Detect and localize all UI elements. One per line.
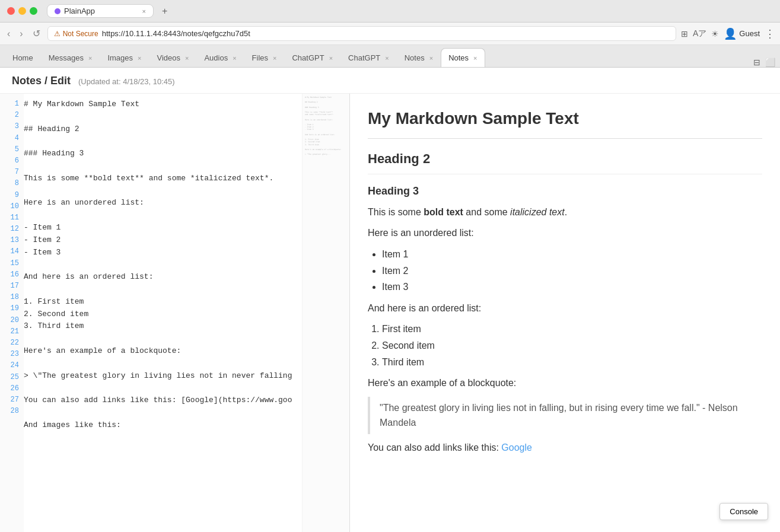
tab-chatgpt-2[interactable]: ChatGPT × bbox=[340, 48, 397, 67]
tab-chatgpt-1-label: ChatGPT bbox=[292, 53, 324, 62]
tab-home-label: Home bbox=[12, 53, 33, 62]
tab-notes-1-label: Notes bbox=[405, 53, 425, 62]
link-prefix: You can also add links like this: bbox=[368, 442, 501, 453]
tab-files[interactable]: Files × bbox=[244, 48, 285, 67]
minimize-window-button[interactable] bbox=[18, 7, 26, 15]
ordered-item-1: First item bbox=[382, 321, 762, 337]
tab-images-close[interactable]: × bbox=[138, 55, 141, 62]
translate-icon[interactable]: Aア bbox=[693, 28, 706, 39]
titlebar: PlainApp × + bbox=[0, 0, 780, 23]
preview-h2: Heading 2 bbox=[368, 148, 762, 174]
tab-notes-2-label: Notes bbox=[448, 53, 469, 62]
tab-messages-close[interactable]: × bbox=[88, 55, 92, 62]
tab-images-label: Images bbox=[107, 53, 133, 62]
browser-tabs: Home Messages × Images × Videos × Audios… bbox=[0, 45, 780, 68]
maximize-window-button[interactable] bbox=[30, 7, 37, 15]
forward-button[interactable]: › bbox=[17, 27, 25, 40]
para1-italic: italicized text bbox=[510, 207, 565, 217]
security-label: Not Secure bbox=[63, 30, 98, 38]
tab-audios-close[interactable]: × bbox=[233, 55, 236, 62]
para1-prefix: This is some bbox=[368, 207, 424, 217]
navbar: ‹ › ↺ ⚠ Not Secure https://10.11.1.44:84… bbox=[0, 23, 780, 45]
profile-icon: 👤 bbox=[724, 27, 737, 40]
para1-suffix: . bbox=[565, 207, 567, 217]
preview-para1: This is some bold text and some italiciz… bbox=[368, 205, 762, 220]
more-icon[interactable]: ⋮ bbox=[765, 27, 775, 40]
tab-chatgpt-1-close[interactable]: × bbox=[329, 55, 333, 62]
updated-timestamp: (Updated at: 4/18/23, 10:45) bbox=[78, 77, 175, 86]
preview-link-para: You can also add links like this: Google bbox=[368, 440, 762, 455]
google-link[interactable]: Google bbox=[501, 442, 532, 453]
back-button[interactable]: ‹ bbox=[5, 27, 12, 40]
tab-messages-label: Messages bbox=[49, 53, 84, 62]
tab-notes-1-close[interactable]: × bbox=[429, 55, 433, 62]
tab-files-close[interactable]: × bbox=[273, 55, 276, 62]
preview-h1: My Markdown Sample Text bbox=[368, 106, 762, 139]
list-item-3: Item 3 bbox=[382, 279, 762, 295]
refresh-button[interactable]: ↺ bbox=[30, 27, 43, 40]
preview-h3: Heading 3 bbox=[368, 183, 762, 200]
preview-pane: My Markdown Sample Text Heading 2 Headin… bbox=[350, 94, 780, 532]
tab-audios-label: Audios bbox=[204, 53, 228, 62]
tab-extras: ⊟ ⬜ bbox=[753, 58, 775, 67]
tab-home[interactable]: Home bbox=[5, 48, 41, 67]
profile-button[interactable]: 👤 Guest bbox=[724, 27, 760, 40]
para1-mid: and some bbox=[463, 207, 510, 217]
app-icon bbox=[55, 8, 61, 14]
sidebar-toggle-icon[interactable]: ⬜ bbox=[765, 58, 775, 67]
preview-unordered-intro: Here is an unordered list: bbox=[368, 225, 762, 241]
tab-messages[interactable]: Messages × bbox=[41, 48, 100, 67]
ordered-item-3: Third item bbox=[382, 355, 762, 370]
tab-videos-close[interactable]: × bbox=[185, 55, 189, 62]
url-bar[interactable]: ⚠ Not Secure https://10.11.1.44:8443/not… bbox=[47, 26, 676, 41]
preview-ordered-intro: And here is an ordered list: bbox=[368, 301, 762, 316]
extension-icon[interactable]: ⊞ bbox=[681, 29, 688, 39]
close-window-button[interactable] bbox=[7, 7, 15, 15]
tab-notes-1[interactable]: Notes × bbox=[397, 48, 441, 67]
profile-label: Guest bbox=[739, 29, 760, 38]
code-content[interactable]: # My Markdown Sample Text ## Heading 2 #… bbox=[24, 94, 349, 532]
console-button[interactable]: Console bbox=[719, 503, 768, 520]
warning-icon: ⚠ bbox=[54, 30, 61, 38]
tab-list-icon[interactable]: ⊟ bbox=[753, 58, 760, 67]
list-item-2: Item 2 bbox=[382, 263, 762, 279]
list-item-1: Item 1 bbox=[382, 247, 762, 262]
preview-unordered-list: Item 1 Item 2 Item 3 bbox=[382, 247, 762, 295]
traffic-lights bbox=[7, 7, 37, 15]
minimap: # My Markdown Sample Text ## Heading 2 #… bbox=[302, 94, 349, 532]
tab-notes-2-close[interactable]: × bbox=[473, 55, 477, 62]
theme-icon[interactable]: ☀ bbox=[711, 29, 719, 39]
breadcrumb: Notes / Edit bbox=[12, 75, 71, 87]
page-header: Notes / Edit (Updated at: 4/18/23, 10:45… bbox=[0, 68, 780, 94]
tab-audios[interactable]: Audios × bbox=[196, 48, 244, 67]
code-area[interactable]: 1 2 3 4 5 6 7 8 9 10 11 12 13 14 15 16 1… bbox=[0, 94, 349, 532]
tab-chatgpt-2-label: ChatGPT bbox=[348, 53, 380, 62]
minimap-content: # My Markdown Sample Text ## Heading 2 #… bbox=[303, 94, 349, 158]
preview-blockquote: "The greatest glory in living lies not i… bbox=[368, 397, 762, 434]
preview-blockquote-intro: Here's an example of a blockquote: bbox=[368, 375, 762, 391]
ordered-item-2: Second item bbox=[382, 338, 762, 353]
blockquote-text: "The greatest glory in living lies not i… bbox=[380, 403, 738, 428]
app-title-tab[interactable]: PlainApp × bbox=[47, 4, 154, 18]
tab-videos[interactable]: Videos × bbox=[149, 48, 196, 67]
new-tab-button[interactable]: + bbox=[162, 6, 167, 17]
tab-videos-label: Videos bbox=[157, 53, 180, 62]
tab-files-label: Files bbox=[252, 53, 268, 62]
editor-pane[interactable]: 1 2 3 4 5 6 7 8 9 10 11 12 13 14 15 16 1… bbox=[0, 94, 350, 532]
app-title-label: PlainApp bbox=[64, 7, 95, 15]
tab-chatgpt-1[interactable]: ChatGPT × bbox=[284, 48, 340, 67]
nav-right-icons: ⊞ Aア ☀ 👤 Guest ⋮ bbox=[681, 27, 775, 40]
tab-notes-2[interactable]: Notes × bbox=[441, 48, 485, 67]
url-text: https://10.11.1.44:8443/notes/qefgczhu7d… bbox=[102, 29, 250, 38]
para1-bold: bold text bbox=[424, 207, 463, 217]
preview-ordered-list: First item Second item Third item bbox=[382, 321, 762, 369]
title-tab-close[interactable]: × bbox=[142, 8, 146, 15]
line-numbers: 1 2 3 4 5 6 7 8 9 10 11 12 13 14 15 16 1… bbox=[0, 94, 24, 532]
main-content: 1 2 3 4 5 6 7 8 9 10 11 12 13 14 15 16 1… bbox=[0, 94, 780, 532]
security-badge: ⚠ Not Secure bbox=[54, 30, 98, 38]
tab-chatgpt-2-close[interactable]: × bbox=[385, 55, 389, 62]
tab-images[interactable]: Images × bbox=[100, 48, 149, 67]
